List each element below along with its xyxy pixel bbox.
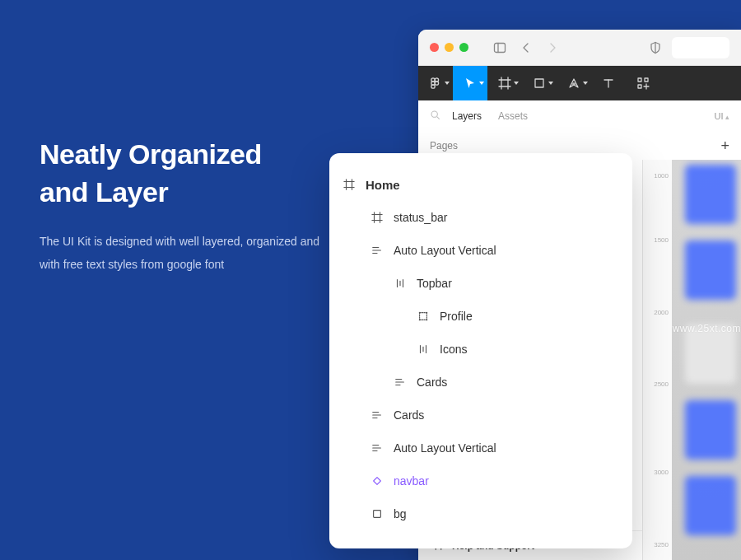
titlebar bbox=[418, 30, 741, 66]
layer-label: status_bar bbox=[394, 211, 447, 224]
layer-label: bg bbox=[394, 507, 407, 520]
search-icon[interactable] bbox=[430, 110, 440, 123]
move-tool-icon[interactable] bbox=[453, 66, 487, 100]
tab-assets[interactable]: Assets bbox=[498, 110, 528, 122]
page-dropdown[interactable]: UI bbox=[714, 111, 729, 121]
text-tool-icon[interactable] bbox=[591, 66, 626, 100]
layer-item[interactable]: Cards bbox=[343, 399, 619, 432]
promo-heading-line2: and Layer bbox=[40, 176, 168, 208]
autolayout-h-icon bbox=[417, 343, 430, 356]
svg-rect-12 bbox=[535, 79, 543, 87]
layer-label: Home bbox=[366, 178, 400, 192]
ruler-mark: 1000 bbox=[654, 172, 669, 180]
component-icon bbox=[370, 474, 384, 488]
promo-text: Neatly Organized and Layer The UI Kit is… bbox=[40, 136, 336, 276]
shape-tool-icon[interactable] bbox=[522, 66, 557, 100]
layer-item[interactable]: Auto Layout Vertical bbox=[343, 432, 619, 464]
layer-item[interactable]: Profile bbox=[343, 300, 619, 333]
svg-rect-62 bbox=[374, 511, 381, 518]
layers-card: Home status_bar Auto Layout Vertical Top… bbox=[329, 153, 632, 548]
svg-rect-17 bbox=[645, 78, 648, 82]
ruler-mark: 2000 bbox=[654, 308, 669, 315]
frame-icon bbox=[343, 178, 356, 191]
nav-forward-icon[interactable] bbox=[543, 38, 562, 58]
layer-home[interactable]: Home bbox=[343, 168, 619, 201]
tab-layers[interactable]: Layers bbox=[452, 110, 482, 122]
pages-label: Pages bbox=[430, 140, 458, 152]
layer-label: Icons bbox=[440, 343, 467, 356]
svg-point-21 bbox=[431, 111, 437, 117]
vertical-ruler: 1000 1500 2000 2500 3000 3250 bbox=[642, 160, 672, 560]
layer-item[interactable]: status_bar bbox=[343, 201, 619, 234]
layer-item[interactable]: bg bbox=[343, 497, 619, 530]
autolayout-icon bbox=[370, 408, 384, 422]
pen-tool-icon[interactable] bbox=[557, 66, 591, 100]
svg-rect-18 bbox=[638, 85, 641, 88]
autolayout-h-icon bbox=[394, 277, 407, 290]
watermark: www.25xt.com bbox=[673, 323, 741, 334]
layer-label: Cards bbox=[394, 408, 424, 422]
layer-label: Cards bbox=[417, 376, 447, 389]
frame-tool-icon[interactable] bbox=[487, 66, 522, 100]
traffic-lights bbox=[430, 43, 468, 52]
close-icon[interactable] bbox=[430, 43, 439, 52]
sidebar-toggle-icon[interactable] bbox=[490, 38, 510, 58]
autolayout-icon bbox=[370, 244, 384, 257]
layer-item[interactable]: Cards bbox=[343, 366, 619, 399]
promo-heading-line1: Neatly Organized bbox=[40, 138, 262, 170]
autolayout-icon bbox=[370, 441, 384, 455]
layer-label: Auto Layout Vertical bbox=[394, 244, 496, 257]
ruler-mark: 2500 bbox=[654, 380, 669, 388]
minimize-icon[interactable] bbox=[445, 43, 454, 52]
promo-heading: Neatly Organized and Layer bbox=[40, 136, 336, 212]
rectangle-icon bbox=[370, 507, 384, 520]
svg-line-22 bbox=[437, 117, 439, 119]
svg-rect-0 bbox=[495, 43, 506, 52]
layer-label: navbar bbox=[394, 474, 429, 488]
figma-toolbar bbox=[418, 66, 741, 100]
layer-item-component[interactable]: navbar bbox=[343, 464, 619, 497]
address-bar[interactable] bbox=[672, 37, 729, 58]
promo-subtext: The UI Kit is designed with well layered… bbox=[40, 230, 336, 276]
ruler-mark: 3000 bbox=[654, 469, 669, 476]
svg-rect-16 bbox=[638, 78, 641, 82]
layer-label: Auto Layout Vertical bbox=[394, 441, 496, 455]
panel-tabs: Layers Assets UI bbox=[418, 100, 741, 132]
layer-item[interactable]: Topbar bbox=[343, 267, 619, 300]
figma-menu-icon[interactable] bbox=[418, 66, 453, 100]
layer-label: Topbar bbox=[417, 277, 452, 290]
svg-rect-61 bbox=[374, 478, 381, 485]
add-page-icon[interactable]: + bbox=[720, 138, 729, 153]
ruler-mark: 3250 bbox=[654, 540, 669, 548]
shield-icon[interactable] bbox=[645, 38, 665, 58]
autolayout-icon bbox=[394, 376, 407, 389]
layer-item[interactable]: Auto Layout Vertical bbox=[343, 234, 619, 267]
layer-item[interactable]: Icons bbox=[343, 333, 619, 366]
layer-label: Profile bbox=[440, 310, 473, 323]
svg-point-13 bbox=[573, 83, 575, 85]
maximize-icon[interactable] bbox=[459, 43, 468, 52]
group-icon bbox=[417, 310, 430, 323]
resources-tool-icon[interactable] bbox=[626, 66, 660, 100]
frame-icon bbox=[370, 211, 384, 224]
ruler-mark: 1500 bbox=[654, 236, 669, 244]
nav-back-icon[interactable] bbox=[516, 38, 536, 58]
